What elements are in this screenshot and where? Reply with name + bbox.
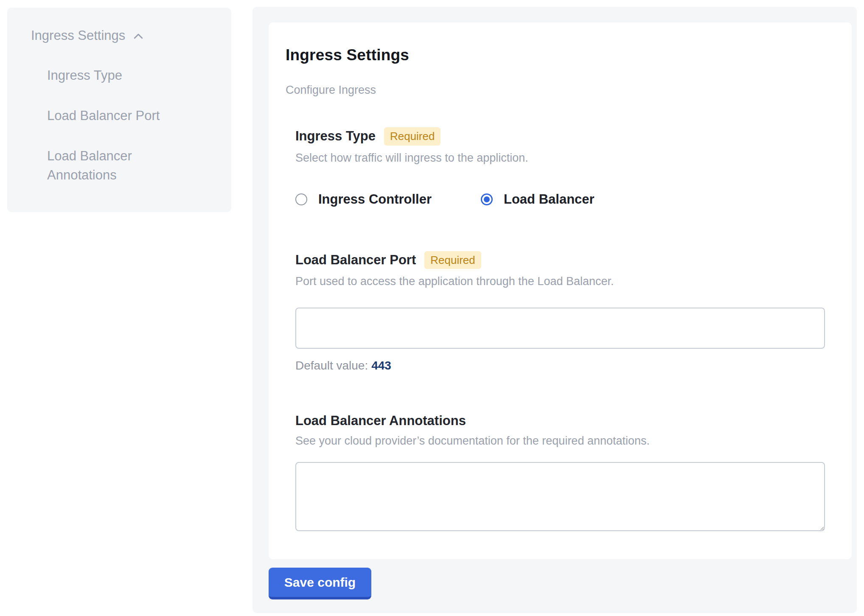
chevron-up-icon [132,30,145,43]
field-label-row: Ingress Type Required [295,127,828,146]
sidebar-item-load-balancer-annotations[interactable]: Load Balancer Annotations [47,147,187,185]
radio-icon[interactable] [481,193,493,205]
load-balancer-port-input[interactable] [295,308,825,349]
sidebar-item-ingress-type[interactable]: Ingress Type [47,66,187,85]
required-badge: Required [424,251,481,269]
field-load-balancer-annotations: Load Balancer Annotations See your cloud… [295,413,828,531]
config-panel: Ingress Settings Configure Ingress Ingre… [252,7,857,613]
radio-option-ingress-controller[interactable]: Ingress Controller [295,192,432,207]
field-help-load-balancer-annotations: See your cloud provider’s documentation … [295,434,828,448]
load-balancer-annotations-textarea[interactable] [295,462,825,531]
sidebar-group-label: Ingress Settings [31,28,125,43]
radio-option-load-balancer[interactable]: Load Balancer [481,192,595,207]
field-help-load-balancer-port: Port used to access the application thro… [295,275,828,288]
sidebar-item-list: Ingress Type Load Balancer Port Load Bal… [47,66,219,185]
default-value-hint: Default value:443 [295,359,828,372]
field-label-load-balancer-annotations: Load Balancer Annotations [295,413,466,428]
field-load-balancer-port: Load Balancer Port Required Port used to… [295,251,828,373]
field-help-ingress-type: Select how traffic will ingress to the a… [295,151,828,165]
page-title: Ingress Settings [286,46,828,64]
sidebar-item-load-balancer-port[interactable]: Load Balancer Port [47,106,187,126]
required-badge: Required [384,127,441,146]
settings-sidebar: Ingress Settings Ingress Type Load Balan… [7,8,231,212]
field-label-row: Load Balancer Annotations [295,413,828,428]
radio-label: Load Balancer [504,192,595,207]
field-label-row: Load Balancer Port Required [295,251,828,269]
default-value: 443 [371,359,391,372]
default-value-label: Default value: [295,359,368,372]
page-subtitle: Configure Ingress [286,84,828,97]
sidebar-group-ingress-settings[interactable]: Ingress Settings [31,28,219,43]
ingress-settings-card: Ingress Settings Configure Ingress Ingre… [269,22,852,559]
ingress-type-radio-group: Ingress Controller Load Balancer [295,192,828,207]
save-config-button[interactable]: Save config [269,568,371,599]
field-label-ingress-type: Ingress Type [295,129,376,144]
field-ingress-type: Ingress Type Required Select how traffic… [295,127,828,207]
radio-label: Ingress Controller [318,192,432,207]
field-label-load-balancer-port: Load Balancer Port [295,252,416,268]
radio-icon[interactable] [295,193,307,205]
